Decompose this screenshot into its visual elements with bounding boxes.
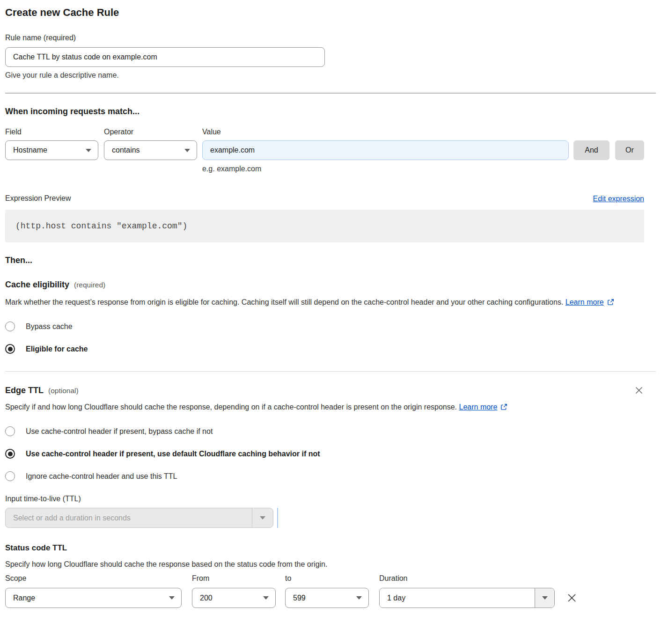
optional-badge: (optional) (48, 387, 79, 395)
cache-eligibility-heading: Cache eligibility (5, 279, 69, 290)
rule-name-label: Rule name (required) (5, 33, 644, 43)
close-icon (567, 597, 577, 604)
learn-more-link[interactable]: Learn more (459, 403, 498, 411)
ttl-input-label: Input time-to-live (TTL) (5, 494, 644, 504)
field-label: Field (5, 127, 98, 137)
chevron-down-icon (542, 596, 548, 600)
chevron-down-icon (169, 596, 175, 600)
ttl-select-focus-line (277, 508, 278, 528)
to-select-value: 599 (293, 594, 352, 602)
ttl-select-placeholder: Select or add a duration in seconds (6, 508, 252, 527)
section-divider (5, 371, 656, 372)
chevron-down-icon (356, 596, 362, 600)
eligible-for-cache-radio[interactable] (5, 344, 15, 354)
chevron-down-icon (263, 596, 269, 600)
ttl-select-disabled: Select or add a duration in seconds (5, 508, 273, 528)
edge-ttl-close-button[interactable] (634, 385, 644, 395)
field-select[interactable]: Hostname (5, 140, 98, 160)
operator-select-value: contains (112, 146, 180, 154)
edit-expression-link[interactable]: Edit expression (593, 195, 644, 203)
radio-option-label: Eligible for cache (26, 345, 88, 353)
radio-option-label: Use cache-control header if present, use… (26, 450, 320, 458)
from-select[interactable]: 200 (192, 588, 276, 608)
from-label: From (192, 574, 276, 583)
match-condition-row: Field Hostname Operator contains Value A… (5, 127, 644, 160)
learn-more-link[interactable]: Learn more (566, 298, 604, 306)
expression-preview-block: (http.host contains "example.com") (5, 210, 644, 242)
duration-combobox[interactable] (379, 588, 555, 608)
to-label: to (285, 574, 369, 583)
to-select[interactable]: 599 (285, 588, 369, 608)
radio-option-label: Use cache-control header if present, byp… (26, 427, 213, 436)
cache-control-default-radio[interactable] (5, 449, 15, 459)
duration-dropdown-button[interactable] (535, 588, 554, 607)
radio-option-label: Bypass cache (26, 322, 73, 331)
scope-select-value: Range (13, 594, 164, 602)
status-code-ttl-row: Scope Range From 200 to 599 Duration (5, 574, 644, 608)
close-icon (635, 389, 643, 396)
scope-label: Scope (5, 574, 182, 583)
page-title: Create new Cache Rule (5, 7, 644, 19)
or-button[interactable]: Or (615, 140, 644, 160)
edge-ttl-heading: Edge TTL (5, 385, 44, 395)
edge-ttl-options: Use cache-control header if present, byp… (5, 426, 644, 481)
expression-preview-label: Expression Preview (5, 194, 71, 203)
value-input[interactable] (202, 140, 569, 160)
cache-eligibility-description: Mark whether the request’s response from… (5, 296, 635, 310)
chevron-down-icon (260, 516, 265, 520)
status-code-ttl-description: Specify how long Cloudflare should cache… (5, 559, 644, 570)
operator-select[interactable]: contains (104, 140, 197, 160)
eligible-for-cache-option[interactable]: Eligible for cache (5, 344, 644, 354)
external-link-icon (500, 402, 507, 415)
expression-code: (http.host contains "example.com") (15, 221, 187, 231)
rule-name-input[interactable] (5, 47, 325, 67)
edge-ttl-description: Specify if and how long Cloudflare shoul… (5, 401, 527, 415)
operator-label: Operator (104, 127, 197, 137)
radio-option-label: Ignore cache-control header and use this… (26, 472, 177, 481)
rule-name-helper: Give your rule a descriptive name. (5, 71, 644, 80)
value-hint: e.g. example.com (202, 164, 644, 174)
duration-label: Duration (379, 574, 555, 583)
scope-select[interactable]: Range (5, 588, 182, 608)
ttl-select-arrow-segment (252, 508, 273, 527)
required-badge: (required) (74, 281, 105, 289)
cache-eligibility-options: Bypass cache Eligible for cache (5, 322, 644, 354)
status-code-ttl-heading: Status code TTL (5, 543, 644, 553)
status-row-delete-button[interactable] (566, 592, 578, 604)
then-heading: Then... (5, 255, 644, 265)
bypass-cache-option[interactable]: Bypass cache (5, 322, 644, 331)
cache-control-bypass-radio[interactable] (5, 426, 15, 436)
and-button[interactable]: And (573, 140, 610, 160)
value-label: Value (202, 127, 569, 137)
field-select-value: Hostname (13, 146, 81, 154)
cache-control-bypass-option[interactable]: Use cache-control header if present, byp… (5, 426, 644, 436)
ignore-cache-control-radio[interactable] (5, 471, 15, 481)
bypass-cache-radio[interactable] (5, 322, 15, 331)
ignore-cache-control-option[interactable]: Ignore cache-control header and use this… (5, 471, 644, 481)
match-heading: When incoming requests match... (5, 106, 644, 117)
create-cache-rule-form: Create new Cache Rule Rule name (require… (0, 7, 661, 608)
external-link-icon (607, 297, 614, 310)
from-select-value: 200 (200, 594, 258, 602)
chevron-down-icon (86, 149, 91, 152)
duration-input[interactable] (380, 588, 535, 607)
chevron-down-icon (184, 149, 190, 152)
cache-control-default-option[interactable]: Use cache-control header if present, use… (5, 449, 644, 459)
section-divider (5, 93, 656, 94)
